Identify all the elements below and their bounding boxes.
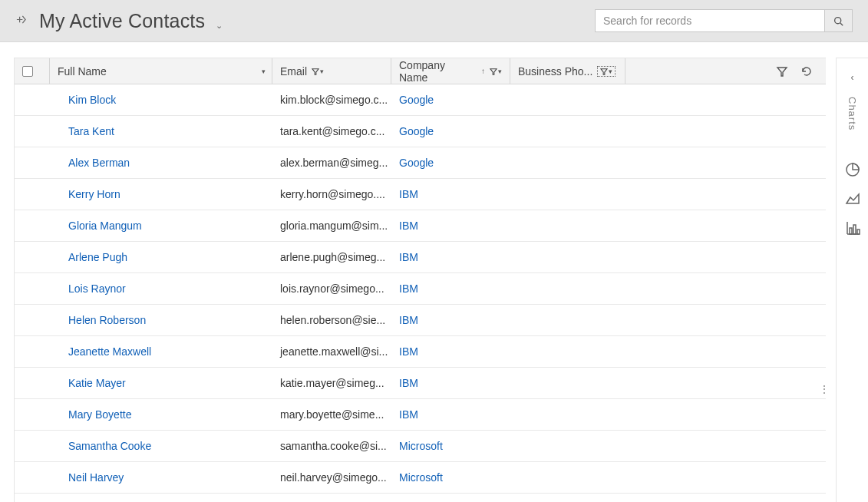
- contact-email: gloria.mangum@sim...: [280, 220, 388, 232]
- sort-ascending-icon: ↑: [481, 67, 485, 75]
- chevron-left-icon: ‹: [851, 72, 854, 83]
- column-label: Company Name: [399, 59, 477, 84]
- search-button[interactable]: [825, 9, 853, 32]
- contact-name-link[interactable]: Gloria Mangum: [68, 220, 142, 232]
- bar-chart-icon[interactable]: [843, 218, 863, 238]
- charts-expand-button[interactable]: ‹: [843, 68, 863, 88]
- pin-icon[interactable]: [15, 14, 27, 28]
- contact-email: lois.raynor@simego...: [280, 282, 384, 295]
- column-header-company[interactable]: Company Name ↑ ▾: [391, 58, 510, 84]
- search-input[interactable]: [595, 9, 825, 32]
- contact-name-link[interactable]: Lois Raynor: [68, 282, 126, 295]
- table-row[interactable]: Katie Mayerkatie.mayer@simeg...IBM: [15, 368, 826, 399]
- view-selector[interactable]: My Active Contacts ⌄: [39, 10, 223, 32]
- column-label: Full Name: [58, 65, 107, 78]
- chevron-down-icon: ⌄: [216, 21, 223, 31]
- contact-name-link[interactable]: Alex Berman: [68, 157, 130, 169]
- charts-label: Charts: [847, 97, 858, 130]
- area-chart-icon[interactable]: [843, 189, 863, 209]
- svg-line-1: [840, 22, 843, 25]
- contact-name-link[interactable]: Tara Kent: [68, 125, 114, 137]
- column-label: Email: [280, 65, 307, 78]
- company-link[interactable]: Microsoft: [399, 471, 443, 484]
- company-link[interactable]: IBM: [399, 220, 418, 232]
- select-all-cell: [15, 58, 50, 84]
- filter-active-icon: ▾: [597, 66, 616, 77]
- company-link[interactable]: Google: [399, 125, 434, 137]
- contact-name-link[interactable]: Kim Block: [68, 94, 116, 106]
- table-row[interactable]: Jeanette Maxwelljeanette.maxwell@si...IB…: [15, 336, 826, 368]
- svg-rect-7: [857, 230, 860, 234]
- contact-name-link[interactable]: Katie Mayer: [68, 377, 126, 389]
- table-row[interactable]: Gloria Mangumgloria.mangum@sim...IBM: [15, 210, 826, 242]
- svg-point-0: [835, 17, 841, 23]
- company-link[interactable]: IBM: [399, 188, 418, 200]
- contact-email: tara.kent@simego.c...: [280, 125, 384, 137]
- contact-email: kim.block@simego.c...: [280, 94, 388, 106]
- svg-rect-6: [853, 225, 856, 234]
- company-link[interactable]: IBM: [399, 345, 418, 358]
- table-row[interactable]: Helen Robersonhelen.roberson@sie...IBM: [15, 305, 826, 336]
- svg-rect-5: [850, 228, 852, 234]
- contact-name-link[interactable]: Kerry Horn: [68, 188, 120, 200]
- column-header-full-name[interactable]: Full Name ▾: [50, 58, 272, 84]
- contact-email: neil.harvey@simego...: [280, 471, 387, 484]
- filter-button[interactable]: [774, 63, 790, 80]
- contact-name-link[interactable]: Samantha Cooke: [68, 440, 151, 452]
- company-link[interactable]: IBM: [399, 314, 418, 326]
- company-link[interactable]: Microsoft: [399, 440, 443, 452]
- top-bar: My Active Contacts ⌄: [0, 0, 868, 42]
- table-row[interactable]: Arlene Pugharlene.pugh@simeg...IBM: [15, 242, 826, 273]
- contacts-grid: Full Name ▾ Email ▾ Company Name ↑ ▾ Bus…: [14, 58, 826, 502]
- grid-header-tools: [774, 63, 826, 80]
- table-row[interactable]: Kim Blockkim.block@simego.c...Google: [15, 84, 826, 116]
- filter-icon: ▾: [490, 68, 502, 75]
- company-link[interactable]: IBM: [399, 282, 418, 295]
- contact-email: mary.boyette@sime...: [280, 408, 384, 421]
- select-all-checkbox[interactable]: [22, 66, 33, 77]
- contact-email: katie.mayer@simeg...: [280, 377, 384, 389]
- contact-name-link[interactable]: Neil Harvey: [68, 471, 124, 484]
- grid-header: Full Name ▾ Email ▾ Company Name ↑ ▾ Bus…: [15, 58, 826, 84]
- company-link[interactable]: IBM: [399, 251, 418, 263]
- company-link[interactable]: IBM: [399, 408, 418, 421]
- table-row[interactable]: Mary Boyettemary.boyette@sime...IBM: [15, 399, 826, 431]
- table-row[interactable]: Neil Harveyneil.harvey@simego...Microsof…: [15, 462, 826, 494]
- contact-email: alex.berman@simeg...: [280, 157, 388, 169]
- app-window: My Active Contacts ⌄ Full Name ▾ Email: [0, 0, 868, 502]
- table-row[interactable]: Samantha Cookesamantha.cooke@si...Micros…: [15, 431, 826, 462]
- grid-body: Kim Blockkim.block@simego.c...GoogleTara…: [15, 84, 826, 494]
- charts-panel: ‹ Charts: [836, 58, 868, 502]
- table-row[interactable]: Tara Kenttara.kent@simego.c...Google: [15, 116, 826, 147]
- filter-icon: ▾: [312, 68, 324, 75]
- view-title: My Active Contacts: [39, 10, 205, 31]
- chevron-down-icon: ▾: [262, 68, 266, 75]
- column-header-email[interactable]: Email ▾: [272, 58, 391, 84]
- contact-name-link[interactable]: Helen Roberson: [68, 314, 146, 326]
- contact-email: kerry.horn@simego....: [280, 188, 385, 200]
- contact-email: samantha.cooke@si...: [280, 440, 387, 452]
- contact-name-link[interactable]: Jeanette Maxwell: [68, 345, 151, 358]
- table-row[interactable]: Kerry Hornkerry.horn@simego....IBM: [15, 179, 826, 210]
- contact-name-link[interactable]: Mary Boyette: [68, 408, 131, 421]
- contact-name-link[interactable]: Arlene Pugh: [68, 251, 127, 263]
- search-box: [595, 9, 853, 32]
- company-link[interactable]: Google: [399, 94, 434, 106]
- contact-email: helen.roberson@sie...: [280, 314, 385, 326]
- table-row[interactable]: Lois Raynorlois.raynor@simego...IBM: [15, 273, 826, 305]
- contact-email: jeanette.maxwell@si...: [280, 345, 388, 358]
- column-label: Business Pho...: [518, 65, 592, 78]
- table-row[interactable]: Alex Bermanalex.berman@simeg...Google: [15, 147, 826, 179]
- contact-email: arlene.pugh@simeg...: [280, 251, 385, 263]
- column-header-phone[interactable]: Business Pho... ▾: [510, 58, 625, 84]
- company-link[interactable]: IBM: [399, 377, 418, 389]
- company-link[interactable]: Google: [399, 157, 434, 169]
- resize-handle[interactable]: ⋮: [819, 388, 829, 391]
- pie-chart-icon[interactable]: [843, 160, 863, 180]
- refresh-button[interactable]: [798, 63, 815, 80]
- view-title-group: My Active Contacts ⌄: [15, 10, 223, 32]
